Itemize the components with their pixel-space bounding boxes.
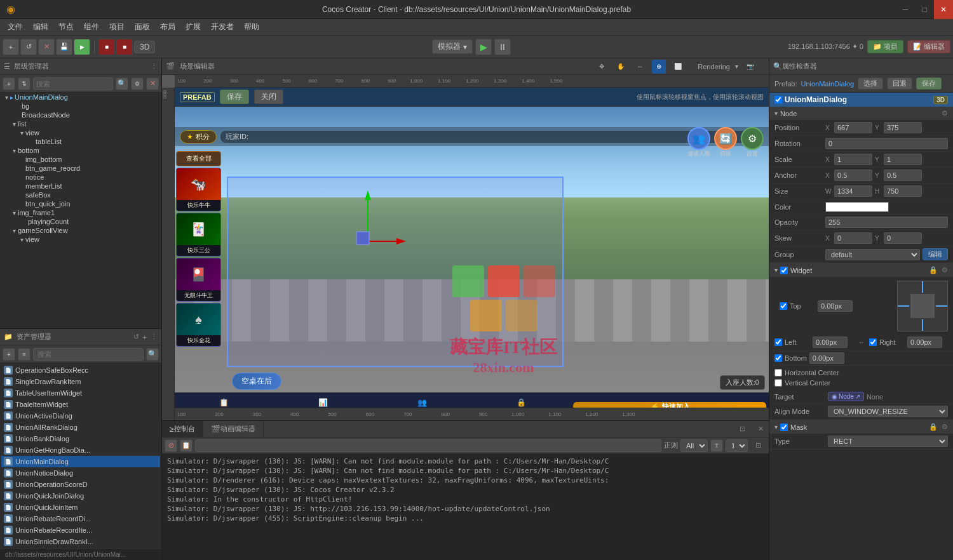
- scene-tool-move[interactable]: ✥: [595, 60, 609, 74]
- menu-file[interactable]: 文件: [3, 20, 28, 34]
- scale-x-input[interactable]: [834, 154, 872, 165]
- tree-item-UnionMainDialog[interactable]: ▾ ▸ UnionMainDialog: [0, 93, 161, 102]
- asset-item[interactable]: 📄 UnionGetHongBaoDia...: [1, 444, 160, 456]
- vertical-center-checkbox[interactable]: [774, 379, 782, 387]
- tab-anim-editor[interactable]: 🎬 动画编辑器: [203, 421, 264, 437]
- asset-item[interactable]: 📄 UnionOperationScoreD: [1, 479, 160, 490]
- hierarchy-add-button[interactable]: +: [3, 77, 15, 90]
- asset-list-view-button[interactable]: ≡: [18, 348, 30, 361]
- console-clear-button[interactable]: ⊘: [165, 439, 177, 452]
- mask-section-header[interactable]: ▾ Mask 🔒 ⚙: [769, 420, 953, 434]
- tree-item-memberList[interactable]: memberList: [0, 182, 161, 190]
- tree-item-playingCount[interactable]: playingCount: [0, 217, 161, 226]
- anchor-x-input[interactable]: [834, 170, 872, 181]
- asset-item[interactable]: 📄 TableUserItemWidget: [1, 387, 160, 399]
- score-btn[interactable]: ★ 积分: [180, 130, 217, 143]
- rotation-input[interactable]: [825, 138, 948, 149]
- asset-item[interactable]: 📄 UnionBankDialog: [1, 433, 160, 444]
- 3d-toggle[interactable]: 3D: [134, 41, 155, 53]
- mask-lock-icon[interactable]: 🔒: [929, 423, 938, 431]
- asset-item[interactable]: 📄 TbaleItemWidget: [1, 399, 160, 410]
- game-item-2[interactable]: 🃏 快乐三公: [176, 213, 221, 257]
- menu-node[interactable]: 节点: [53, 20, 79, 34]
- menu-extend[interactable]: 扩展: [180, 20, 206, 34]
- mask-enable-checkbox[interactable]: [780, 423, 788, 431]
- project-button[interactable]: 📁项目: [867, 40, 903, 53]
- close-button[interactable]: ✕: [934, 0, 953, 19]
- game-item-3[interactable]: 🎴 无限斗牛王: [176, 258, 221, 302]
- widget-lock-icon[interactable]: 🔒: [929, 266, 938, 274]
- component-enable-checkbox[interactable]: [774, 96, 782, 103]
- play-button[interactable]: ▶: [475, 39, 492, 55]
- console-panel-btn[interactable]: ⊡: [750, 441, 766, 450]
- tree-item-bg[interactable]: bg: [0, 102, 161, 110]
- menu-developer[interactable]: 开发者: [206, 20, 239, 34]
- asset-item[interactable]: 📄 UnionQuickJoinItem: [1, 502, 160, 513]
- tree-item-bottom[interactable]: ▾ bottom: [0, 146, 161, 155]
- menu-help[interactable]: 帮助: [239, 20, 264, 34]
- save-button[interactable]: 💾: [56, 39, 72, 55]
- hierarchy-search-button[interactable]: 🔍: [116, 77, 128, 90]
- revert-button[interactable]: 回退: [887, 77, 912, 90]
- tree-item-notice[interactable]: notice: [0, 173, 161, 182]
- horizontal-center-checkbox[interactable]: [774, 369, 782, 377]
- prefab-save-button[interactable]: 保存: [220, 90, 249, 104]
- tree-item-btn_game_reocrd[interactable]: btn_game_reocrd: [0, 164, 161, 173]
- edit-group-button[interactable]: 编辑: [923, 248, 948, 260]
- menu-layout[interactable]: 布局: [155, 20, 180, 34]
- console-save-button[interactable]: 📋: [180, 439, 193, 452]
- asset-search-input[interactable]: [33, 348, 144, 361]
- editor-button[interactable]: 📝编辑器: [907, 40, 950, 53]
- tree-item-view[interactable]: ▾ view: [0, 128, 161, 137]
- close-scene-button[interactable]: ✕: [38, 39, 55, 55]
- asset-item-selected[interactable]: 📄 UnionMainDialog: [1, 456, 160, 467]
- asset-item[interactable]: 📄 UnionNoticeDialog: [1, 467, 160, 479]
- asset-item[interactable]: 📄 UnionSinnleDrawRankI...: [1, 536, 160, 547]
- scale-y-input[interactable]: [884, 154, 922, 165]
- menu-project[interactable]: 项目: [104, 20, 130, 34]
- menu-panel[interactable]: 面板: [130, 20, 155, 34]
- console-level-select[interactable]: All: [680, 439, 708, 452]
- panel-close-icon[interactable]: ✕: [753, 425, 769, 433]
- width-input[interactable]: [834, 185, 872, 197]
- minimize-button[interactable]: ─: [896, 0, 915, 19]
- settings-button[interactable]: ⚙ 设置: [741, 127, 764, 158]
- scene-tool-scale[interactable]: ↔: [633, 60, 647, 74]
- console-font-btn[interactable]: T: [710, 439, 723, 452]
- widget-settings-icon[interactable]: ⚙: [942, 266, 948, 274]
- toolbar-extra-btn1[interactable]: ■: [98, 39, 115, 55]
- console-fontsize-select[interactable]: 14: [726, 439, 748, 452]
- game-item-1[interactable]: 🐄 快乐牛牛: [176, 168, 221, 211]
- hierarchy-search-input[interactable]: [33, 77, 113, 90]
- color-swatch[interactable]: [825, 202, 889, 212]
- widget-top-input[interactable]: [818, 300, 853, 312]
- widget-top-checkbox[interactable]: [780, 302, 787, 310]
- asset-create-icon[interactable]: +: [143, 333, 147, 341]
- node-section-header[interactable]: ▾ Node ⚙: [769, 107, 953, 120]
- pause-button[interactable]: ⏸: [494, 39, 511, 55]
- widget-bottom-checkbox[interactable]: [774, 354, 782, 362]
- asset-refresh-icon[interactable]: ↺: [133, 333, 139, 341]
- asset-item[interactable]: 📄 UnionQuickJoinDialog: [1, 490, 160, 502]
- maximize-button[interactable]: □: [915, 0, 934, 19]
- scene-camera-button[interactable]: 📷: [743, 60, 757, 74]
- hierarchy-sort-button[interactable]: ⇅: [18, 77, 30, 90]
- tree-item-safeBox[interactable]: safeBox: [0, 190, 161, 199]
- opacity-input[interactable]: [825, 217, 948, 228]
- asset-item[interactable]: 📄 UnionRebateRecordDi...: [1, 513, 160, 524]
- widget-left-checkbox[interactable]: [774, 338, 782, 346]
- menu-component[interactable]: 组件: [79, 20, 104, 34]
- skew-x-input[interactable]: [834, 232, 872, 244]
- asset-item[interactable]: 📄 OperationSafeBoxRecc: [1, 364, 160, 376]
- height-input[interactable]: [884, 185, 922, 197]
- game-item-4[interactable]: ♠ 快乐金花: [176, 303, 221, 347]
- new-node-button[interactable]: +: [3, 39, 19, 55]
- group-select[interactable]: default: [825, 249, 920, 260]
- tree-item-img_frame1[interactable]: ▾ img_frame1: [0, 208, 161, 217]
- asset-item[interactable]: 📄 UnionActiveDialog: [1, 410, 160, 422]
- tree-item-list[interactable]: ▾ list: [0, 119, 161, 128]
- panel-expand-icon[interactable]: ⊡: [734, 425, 750, 433]
- asset-item[interactable]: 📄 UnionAllRankDialog: [1, 422, 160, 433]
- view-all-button[interactable]: 查看全部: [176, 151, 221, 166]
- widget-right-checkbox[interactable]: [869, 338, 877, 346]
